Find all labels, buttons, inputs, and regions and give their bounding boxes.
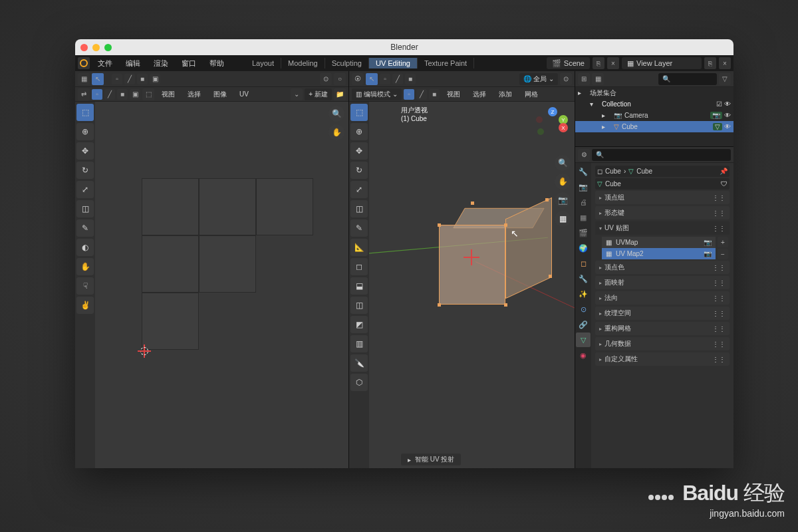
section-custom-props[interactable]: ▸自定义属性⋮⋮	[595, 352, 730, 366]
uv-tool-cursor-icon[interactable]: ⊕	[76, 123, 94, 140]
vp-tool-inset-icon[interactable]: ◫	[350, 297, 368, 314]
gizmo-x[interactable]: X	[559, 123, 568, 132]
section-geometry-data[interactable]: ▸几何数据⋮⋮	[595, 337, 730, 350]
uv-selface-icon[interactable]: ■	[137, 74, 148, 84]
section-uv-maps[interactable]: ▾UV 贴图⋮⋮	[595, 221, 730, 235]
uv-menu-uv[interactable]: UV	[234, 89, 254, 99]
scene-selector[interactable]: 🎬 Scene	[547, 57, 590, 69]
ptab-modifier-icon[interactable]: 🔧	[576, 271, 591, 286]
ptab-output-icon[interactable]: 🖨	[576, 195, 591, 209]
tree-scene-collection[interactable]: ▸ 场景集合	[575, 87, 733, 98]
ptab-scene-icon[interactable]: 🎬	[576, 225, 591, 240]
section-normals[interactable]: ▸法向⋮⋮	[595, 291, 730, 305]
vp-last-op[interactable]: ▸智能 UV 投射	[401, 454, 461, 466]
uvmap-add-button[interactable]: +	[718, 237, 728, 247]
uv-editortype-icon[interactable]: ▦	[78, 73, 90, 85]
menu-window[interactable]: 窗口	[176, 57, 201, 70]
vp-selmode-edge-icon[interactable]: ╱	[416, 89, 427, 100]
vp-tool-bevel-icon[interactable]: ◩	[350, 316, 368, 333]
uv-open-image-icon[interactable]: 📁	[334, 88, 346, 100]
section-shape-keys[interactable]: ▸形态键⋮⋮	[595, 206, 730, 219]
props-search[interactable]: 🔍	[592, 149, 731, 161]
new-scene-button[interactable]: ⎘	[593, 57, 604, 69]
right-display-icon[interactable]: ▦	[592, 73, 604, 85]
snap-icon[interactable]: ⊙	[320, 73, 332, 85]
menu-edit[interactable]: 编辑	[120, 57, 146, 70]
vp-tool-scale-icon[interactable]: ⤢	[350, 181, 368, 198]
ws-tab-uvediting[interactable]: UV Editing	[369, 58, 418, 68]
uv-tool-move-icon[interactable]: ✥	[76, 142, 94, 160]
eye-icon[interactable]: 👁	[724, 112, 731, 119]
menu-help[interactable]: 帮助	[204, 57, 229, 70]
uv-tool-annotate-icon[interactable]: ✎	[76, 219, 94, 237]
uv-selmode-island-icon[interactable]: ▣	[130, 89, 140, 100]
uv-tool-scale-icon[interactable]: ⤢	[76, 181, 94, 198]
gizmo-z[interactable]: Z	[548, 107, 557, 116]
vp-tool-annotate-icon[interactable]: ✎	[350, 219, 368, 237]
vp-selmode-face-icon[interactable]: ■	[429, 89, 440, 100]
uv-menu-select[interactable]: 选择	[182, 88, 206, 100]
maximize-window-button[interactable]	[104, 44, 112, 51]
uv-tool-transform-icon[interactable]: ◫	[76, 200, 94, 217]
ptab-viewlayer-icon[interactable]: ▦	[576, 210, 591, 225]
vp-pivot-icon[interactable]: ⊙	[560, 73, 572, 85]
ptab-material-icon[interactable]: ◉	[576, 348, 591, 362]
vp-tool-rotate-icon[interactable]: ↻	[350, 162, 368, 179]
camera-render-icon[interactable]: 📷	[704, 250, 712, 257]
vp-persp-icon[interactable]: ▦	[555, 211, 571, 227]
close-window-button[interactable]	[80, 44, 88, 51]
vp-tool-loopcut-icon[interactable]: ▥	[350, 335, 368, 352]
ptab-data-icon[interactable]: ▽	[576, 332, 591, 347]
ws-tab-modeling[interactable]: Modeling	[281, 58, 325, 68]
uv-tool-grab-icon[interactable]: ✋	[76, 258, 94, 275]
section-vertex-groups[interactable]: ▸顶点组⋮⋮	[595, 191, 730, 204]
del-scene-button[interactable]: ×	[607, 57, 619, 69]
ws-tab-sculpting[interactable]: Sculpting	[325, 58, 369, 68]
uv-tool-rotate-icon[interactable]: ↻	[76, 162, 94, 179]
vp-tool-select-icon[interactable]: ⬚	[350, 104, 368, 121]
uv-tool-select-icon[interactable]: ⬚	[76, 104, 94, 121]
viewport-3d-canvas[interactable]: 用户透视 (1) Cube Z Y X 🔍 ✋ 📷 ▦ ↖ ▸	[369, 102, 575, 468]
uv-selvert-icon[interactable]: ▫	[112, 74, 122, 84]
vp-vert-icon[interactable]: ▫	[380, 74, 390, 84]
tree-collection[interactable]: ▾ Collection ☑👁	[575, 98, 733, 110]
ptab-tool-icon[interactable]: 🔧	[576, 164, 591, 179]
vp-select-tool-icon[interactable]: ↖	[366, 73, 378, 85]
section-face-maps[interactable]: ▸面映射⋮⋮	[595, 276, 730, 289]
section-vertex-colors[interactable]: ▸顶点色⋮⋮	[595, 261, 730, 274]
gizmo-neg-x[interactable]	[536, 116, 543, 123]
uv-tool-pinch-icon[interactable]: ✌	[76, 297, 94, 314]
eye-icon[interactable]: 👁	[724, 100, 731, 108]
vp-pan-icon[interactable]: ✋	[555, 174, 571, 190]
menu-render[interactable]: 渲染	[148, 57, 174, 70]
right-editortype-icon[interactable]: ⊞	[578, 73, 590, 85]
ptab-world-icon[interactable]: 🌍	[576, 241, 591, 255]
vp-tool-measure-icon[interactable]: 📐	[350, 239, 368, 256]
uv-image-dropdown-icon[interactable]: ⌄	[291, 88, 303, 100]
uv-selmode-edge-icon[interactable]: ╱	[104, 89, 115, 100]
cube-mesh[interactable]	[439, 205, 539, 305]
vp-face-icon[interactable]: ■	[405, 74, 416, 84]
vp-tool-cursor-icon[interactable]: ⊕	[350, 123, 368, 140]
vp-menu-view[interactable]: 视图	[442, 88, 466, 100]
vp-edge-icon[interactable]: ╱	[392, 74, 403, 84]
vp-menu-select[interactable]: 选择	[467, 88, 491, 100]
vp-camera-icon[interactable]: 📷	[555, 192, 571, 208]
uv-pan-icon[interactable]: ✋	[329, 124, 344, 140]
uv-new-image-button[interactable]: +新建	[305, 88, 332, 100]
ptab-object-icon[interactable]: ◻	[576, 256, 591, 271]
ptab-particle-icon[interactable]: ✨	[576, 287, 591, 301]
ws-tab-layout[interactable]: Layout	[245, 58, 281, 68]
uv-menu-view[interactable]: 视图	[156, 88, 180, 100]
vp-menu-add[interactable]: 添加	[493, 88, 517, 100]
data-name-field[interactable]: ▽ Cube 🛡	[595, 178, 730, 190]
ptab-constraint-icon[interactable]: 🔗	[576, 317, 591, 332]
uv-tool-rip-icon[interactable]: ◐	[76, 239, 94, 256]
section-texture-space[interactable]: ▸纹理空间⋮⋮	[595, 307, 730, 320]
tree-camera[interactable]: ▸ 📷 Camera 📷👁	[575, 110, 733, 121]
tree-cube[interactable]: ▸ ▽ Cube ▽👁	[575, 121, 733, 132]
vp-tool-extrude-icon[interactable]: ⬓	[350, 277, 368, 295]
menu-file[interactable]: 文件	[92, 57, 118, 70]
vp-tool-knife-icon[interactable]: 🔪	[350, 354, 368, 372]
vp-zoom-icon[interactable]: 🔍	[555, 155, 571, 171]
